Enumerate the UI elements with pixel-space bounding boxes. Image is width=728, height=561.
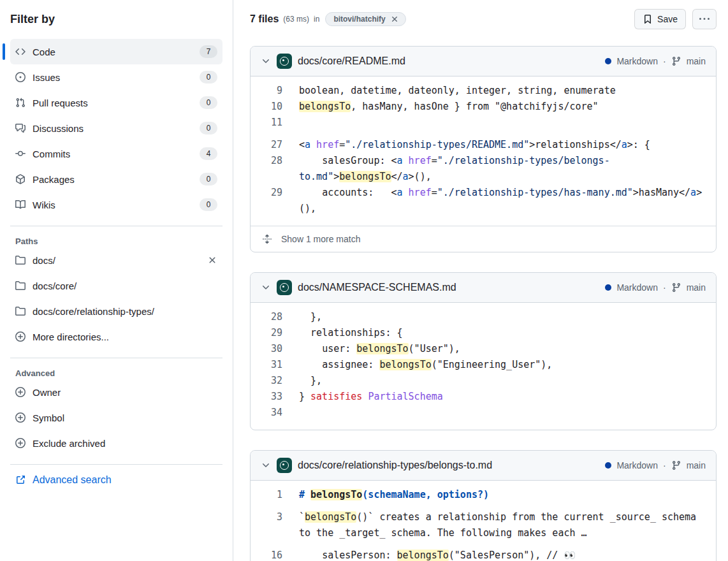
close-icon[interactable] xyxy=(390,15,399,24)
meta-separator: · xyxy=(663,282,666,293)
repo-filter-label: bitovi/hatchify xyxy=(333,15,385,24)
result-card: docs/NAMESPACE-SCHEMAS.mdMarkdown·main28… xyxy=(250,272,717,430)
sidebar-item-code[interactable]: Code7 xyxy=(10,39,222,64)
file-link[interactable]: docs/core/relationship-types/belongs-to.… xyxy=(298,460,492,471)
code-text: relationships: { xyxy=(299,325,716,341)
code-line: 16 salesPerson: belongsTo("SalesPerson")… xyxy=(251,548,716,561)
book-icon xyxy=(15,200,25,210)
line-number[interactable]: 10 xyxy=(251,99,282,115)
show-more-label: Show 1 more match xyxy=(281,234,361,244)
code-icon xyxy=(15,47,25,57)
line-number[interactable]: 29 xyxy=(251,185,282,217)
advanced-search-label: Advanced search xyxy=(33,474,112,486)
sidebar-item-discussions[interactable]: Discussions0 xyxy=(10,115,222,141)
line-number[interactable]: 3 xyxy=(251,509,282,541)
code-text xyxy=(299,405,716,421)
sidebar-item-label: Code xyxy=(33,47,55,57)
search-results-main: 7 files (63 ms) in bitovi/hatchify Save … xyxy=(233,0,728,561)
result-card-header[interactable]: docs/core/relationship-types/belongs-to.… xyxy=(251,451,716,481)
sidebar-item-pull-requests[interactable]: Pull requests0 xyxy=(10,90,222,115)
line-number[interactable]: 32 xyxy=(251,373,282,389)
code-line: 33} satisfies PartialSchema xyxy=(251,389,716,405)
git-branch-icon xyxy=(671,460,681,470)
code-text: boolean, datetime, dateonly, integer, st… xyxy=(299,83,716,99)
line-number[interactable]: 30 xyxy=(251,341,282,357)
code-snippet: 28 },29 relationships: {30 user: belongs… xyxy=(251,303,716,430)
meta-separator: · xyxy=(663,56,666,66)
save-button[interactable]: Save xyxy=(634,9,686,29)
plus-circle-icon xyxy=(15,412,25,423)
line-number[interactable]: 9 xyxy=(251,83,282,99)
advanced-search-link[interactable]: Advanced search xyxy=(15,474,217,486)
advanced-filter-symbol[interactable]: Symbol xyxy=(10,405,222,430)
code-line: 27<a href="./relationship-types/README.m… xyxy=(251,137,716,153)
language-dot xyxy=(605,462,611,469)
line-number[interactable]: 29 xyxy=(251,325,282,341)
code-text: }, xyxy=(299,309,716,325)
show-more-matches[interactable]: Show 1 more match xyxy=(251,226,716,252)
line-number[interactable]: 28 xyxy=(251,153,282,185)
sidebar-item-label: Wikis xyxy=(33,200,55,210)
file-meta: Markdown·main xyxy=(605,282,706,293)
sidebar-item-label: Pull requests xyxy=(33,98,88,108)
advanced-filter-label: Exclude archived xyxy=(33,438,105,449)
path-filter-docs-core[interactable]: docs/core/ xyxy=(10,273,222,298)
branch-label: main xyxy=(687,56,706,66)
sidebar-item-commits[interactable]: Commits4 xyxy=(10,141,222,166)
code-line: 32 }, xyxy=(251,373,716,389)
path-filter-docs-core-relationship-types[interactable]: docs/core/relationship-types/ xyxy=(10,298,222,324)
line-number[interactable]: 34 xyxy=(251,405,282,421)
git-pull-request-icon xyxy=(15,98,25,108)
repo-avatar xyxy=(277,280,292,295)
sidebar-item-issues[interactable]: Issues0 xyxy=(10,64,222,90)
result-card-header[interactable]: docs/NAMESPACE-SCHEMAS.mdMarkdown·main xyxy=(251,273,716,303)
result-count: 7 files xyxy=(250,13,279,25)
code-line: 31 assignee: belongsTo("Engineering_User… xyxy=(251,357,716,373)
sidebar-item-label: Commits xyxy=(33,149,70,159)
result-card-header[interactable]: docs/core/README.mdMarkdown·main xyxy=(251,47,716,76)
path-filter-more-directories[interactable]: More directories... xyxy=(10,324,222,349)
results-list: docs/core/README.mdMarkdown·main9boolean… xyxy=(250,46,717,561)
result-count-badge: 0 xyxy=(200,71,217,84)
code-line: 9boolean, datetime, dateonly, integer, s… xyxy=(251,83,716,99)
line-number[interactable]: 1 xyxy=(251,487,282,503)
language-label: Markdown xyxy=(616,56,658,66)
line-number[interactable]: 16 xyxy=(251,548,282,561)
line-number[interactable]: 31 xyxy=(251,357,282,373)
code-line: 28 salesGroup: <a href="./relationship-t… xyxy=(251,153,716,185)
code-text: belongsTo, hasMany, hasOne } from "@hatc… xyxy=(299,99,716,115)
repo-filter-token[interactable]: bitovi/hatchify xyxy=(325,12,405,26)
line-number[interactable]: 27 xyxy=(251,137,282,153)
collapse-chevron-icon xyxy=(261,460,271,470)
plus-circle-icon xyxy=(15,332,25,342)
advanced-list: OwnerSymbolExclude archived xyxy=(10,379,222,456)
more-options-button[interactable] xyxy=(692,9,717,29)
code-text: # belongsTo(schemaName, options?) xyxy=(299,487,716,503)
plus-circle-icon xyxy=(15,438,25,448)
results-header: 7 files (63 ms) in bitovi/hatchify Save xyxy=(250,9,717,29)
advanced-filter-owner[interactable]: Owner xyxy=(10,379,222,405)
line-number[interactable]: 28 xyxy=(251,309,282,325)
folder-icon xyxy=(15,255,25,265)
plus-circle-icon xyxy=(15,387,25,397)
path-filter-label: docs/core/ xyxy=(33,280,76,291)
git-branch-icon xyxy=(671,56,681,66)
advanced-filter-exclude-archived[interactable]: Exclude archived xyxy=(10,430,222,456)
sidebar-item-packages[interactable]: Packages0 xyxy=(10,166,222,192)
path-filter-docs[interactable]: docs/ xyxy=(10,247,222,273)
code-text: salesGroup: <a href="./relationship-type… xyxy=(299,153,716,185)
line-number[interactable]: 11 xyxy=(251,115,282,131)
code-snippet: 9boolean, datetime, dateonly, integer, s… xyxy=(251,76,716,226)
code-text: accounts: <a href="./relationship-types/… xyxy=(299,185,716,217)
result-count-badge: 7 xyxy=(200,45,217,58)
file-meta: Markdown·main xyxy=(605,56,706,66)
result-count-badge: 4 xyxy=(200,147,217,160)
paths-list: docs/docs/core/docs/core/relationship-ty… xyxy=(10,247,222,349)
code-snippet: 1# belongsTo(schemaName, options?)3`belo… xyxy=(251,481,716,561)
sidebar-item-wikis[interactable]: Wikis0 xyxy=(10,192,222,217)
line-number[interactable]: 33 xyxy=(251,389,282,405)
file-link[interactable]: docs/core/README.md xyxy=(298,55,405,67)
remove-filter-icon[interactable] xyxy=(207,255,217,265)
result-count-badge: 0 xyxy=(200,173,217,186)
file-link[interactable]: docs/NAMESPACE-SCHEMAS.md xyxy=(298,282,456,293)
